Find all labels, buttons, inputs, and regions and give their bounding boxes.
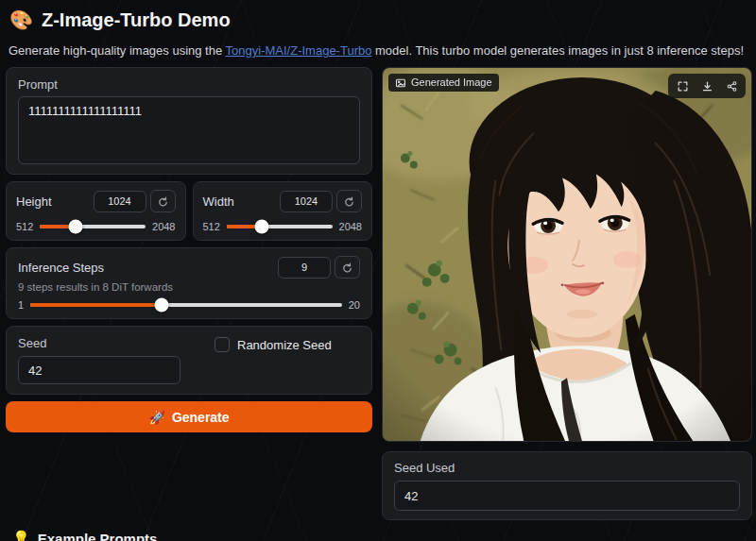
width-panel: Width 512 xyxy=(193,181,373,241)
steps-value-input[interactable] xyxy=(278,257,331,279)
width-slider[interactable] xyxy=(227,225,333,228)
generate-button[interactable]: 🚀 Generate xyxy=(6,401,372,432)
description-suffix: model. This turbo model generates images… xyxy=(371,43,744,58)
app-page: 🎨 Z-Image-Turbo Demo Generate high-quali… xyxy=(0,0,756,541)
prompt-panel: Prompt 1111111111111111111 xyxy=(6,67,372,175)
app-header: 🎨 Z-Image-Turbo Demo xyxy=(9,8,750,32)
width-label: Width xyxy=(203,194,234,209)
prompt-label: Prompt xyxy=(18,77,360,92)
main-layout: Prompt 1111111111111111111 Height xyxy=(6,67,750,520)
randomize-seed-label: Randomize Seed xyxy=(237,338,332,352)
dimensions-row: Height 512 xyxy=(6,181,372,241)
generated-image[interactable]: Generated Image xyxy=(382,67,752,442)
seed-used-label: Seed Used xyxy=(394,461,740,475)
fullscreen-icon xyxy=(677,80,689,93)
reset-icon xyxy=(343,195,355,208)
app-description: Generate high-quality images using the T… xyxy=(9,43,750,59)
generate-button-label: Generate xyxy=(172,410,230,425)
steps-slider-thumb[interactable] xyxy=(154,298,168,313)
height-label: Height xyxy=(16,194,52,209)
lightbulb-icon: 💡 xyxy=(12,530,30,541)
steps-label: Inference Steps xyxy=(18,261,104,275)
height-slider[interactable] xyxy=(40,225,146,228)
steps-info: 9 steps results in 8 DiT forwards xyxy=(18,281,360,293)
rocket-icon: 🚀 xyxy=(148,410,164,425)
share-button[interactable] xyxy=(720,76,743,96)
page-title: Z-Image-Turbo Demo xyxy=(42,8,231,32)
steps-reset-button[interactable] xyxy=(335,256,360,279)
example-prompts-section: 💡 Example Prompts xyxy=(12,530,750,541)
reset-icon xyxy=(157,195,169,208)
seed-used-input[interactable] xyxy=(394,481,740,511)
portrait-illustration xyxy=(383,68,751,441)
steps-min: 1 xyxy=(18,299,24,311)
image-toolbar xyxy=(668,74,746,98)
prompt-input[interactable]: 1111111111111111111 xyxy=(18,96,360,164)
height-min: 512 xyxy=(16,221,33,232)
width-max: 2048 xyxy=(339,221,362,232)
controls-column: Prompt 1111111111111111111 Height xyxy=(6,67,372,520)
share-icon xyxy=(726,80,738,93)
description-prefix: Generate high-quality images using the xyxy=(9,43,226,58)
randomize-seed-checkbox[interactable] xyxy=(215,337,230,352)
seed-used-panel: Seed Used xyxy=(382,451,752,520)
image-label-badge: Generated Image xyxy=(388,74,499,92)
output-column: Generated Image xyxy=(382,67,752,520)
reset-icon xyxy=(341,262,353,274)
palette-icon: 🎨 xyxy=(9,8,33,32)
height-panel: Height 512 xyxy=(6,181,186,241)
image-icon xyxy=(395,77,406,89)
height-reset-button[interactable] xyxy=(150,190,176,212)
download-button[interactable] xyxy=(696,76,718,96)
height-value-input[interactable] xyxy=(94,191,146,212)
seed-label: Seed xyxy=(18,336,180,350)
width-reset-button[interactable] xyxy=(336,190,362,212)
steps-panel: Inference Steps 9 steps results in 8 DiT… xyxy=(6,247,372,319)
seed-input[interactable] xyxy=(18,356,180,384)
model-link[interactable]: Tongyi-MAI/Z-Image-Turbo xyxy=(226,43,372,58)
height-max: 2048 xyxy=(152,221,175,232)
steps-max: 20 xyxy=(349,299,360,311)
seed-panel: Seed Randomize Seed xyxy=(6,326,372,395)
fullscreen-button[interactable] xyxy=(671,76,694,96)
download-icon xyxy=(701,80,713,93)
image-label-text: Generated Image xyxy=(411,76,492,89)
steps-slider-fill xyxy=(30,303,161,307)
width-slider-thumb[interactable] xyxy=(255,220,269,234)
width-min: 512 xyxy=(203,221,220,232)
example-prompts-title: Example Prompts xyxy=(38,531,158,541)
width-value-input[interactable] xyxy=(280,191,333,212)
steps-slider[interactable] xyxy=(30,303,342,307)
height-slider-thumb[interactable] xyxy=(68,220,82,234)
randomize-seed-control[interactable]: Randomize Seed xyxy=(215,337,332,352)
